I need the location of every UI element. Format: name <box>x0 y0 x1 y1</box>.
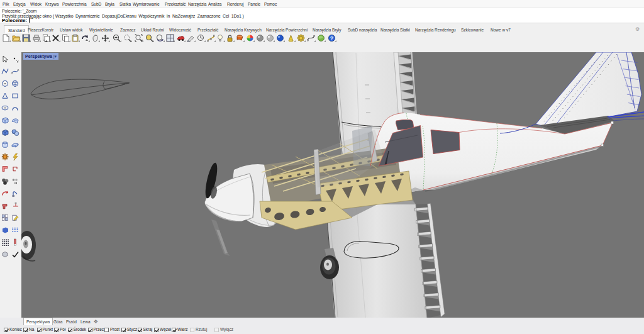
svg-text:?: ? <box>330 35 334 42</box>
